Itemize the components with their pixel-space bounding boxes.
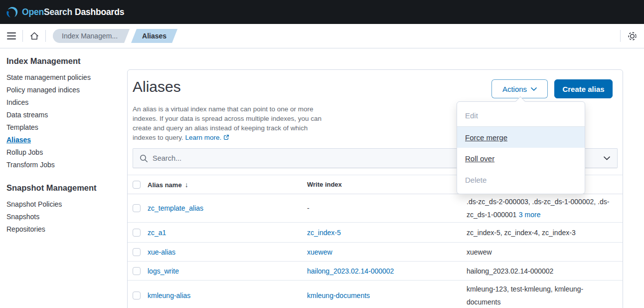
row-checkbox[interactable] <box>133 267 141 275</box>
create-alias-button[interactable]: Create alias <box>554 79 613 98</box>
nav-bar: Index Managem... Aliases <box>0 24 644 48</box>
external-link-icon <box>223 134 229 140</box>
menu-item-edit[interactable]: Edit <box>457 105 585 126</box>
menu-item-delete[interactable]: Delete <box>457 169 585 191</box>
alias-link[interactable]: zc_a1 <box>148 229 166 237</box>
indexes-value: kmleung-123, test-kmleung, kmleung-docum… <box>467 285 583 306</box>
search-dropdown-chevron-icon[interactable] <box>604 156 610 160</box>
menu-item-roll-over[interactable]: Roll over <box>457 148 585 169</box>
table-row: zc_template_alias - .ds-zc_ds-2-000003, … <box>128 194 623 223</box>
indexes-value: xuewew <box>467 248 492 256</box>
search-icon <box>140 154 148 163</box>
row-checkbox[interactable] <box>133 292 141 300</box>
sidebar-item-aliases[interactable]: Aliases <box>6 134 127 146</box>
learn-more-link[interactable]: Learn more. <box>185 134 230 141</box>
help-icon <box>628 31 637 41</box>
write-index-link[interactable]: hailong_2023.02.14-000002 <box>307 267 394 275</box>
help-button[interactable] <box>621 24 644 48</box>
write-index-link[interactable]: kmleung-documents <box>307 292 370 300</box>
sidebar-section-index-management: Index Management State management polici… <box>6 56 127 171</box>
sidebar-item-snapshots[interactable]: Snapshots <box>6 211 127 223</box>
page-title: Aliases <box>133 78 181 96</box>
menu-item-force-merge[interactable]: Force merge <box>457 126 585 148</box>
write-index-link[interactable]: xuewew <box>307 248 332 256</box>
sidebar-section-snapshot-management: Snapshot Management Snapshot Policies Sn… <box>6 183 127 236</box>
sidebar-item-indices[interactable]: Indices <box>6 96 127 109</box>
breadcrumb-index-management[interactable]: Index Managem... <box>53 29 130 43</box>
sidebar-title-index-management: Index Management <box>6 56 127 66</box>
opensearch-logo: OpenSearchDashboards <box>5 5 124 19</box>
sidebar-item-templates[interactable]: Templates <box>6 121 127 134</box>
select-all-checkbox[interactable] <box>133 181 141 189</box>
column-header-write-index[interactable]: Write index <box>307 181 467 188</box>
table-row: kmleung-alias kmleung-documents kmleung-… <box>128 281 623 308</box>
sidebar-item-transform-jobs[interactable]: Transform Jobs <box>6 159 127 171</box>
alias-link[interactable]: zc_template_alias <box>148 204 203 212</box>
actions-button[interactable]: Actions <box>491 79 548 98</box>
sidebar-item-repositories[interactable]: Repositories <box>6 223 127 236</box>
indexes-value: hailong_2023.02.14-000002 <box>467 267 553 275</box>
hamburger-icon <box>7 32 16 39</box>
panel-header: Aliases Actions Create alias <box>133 78 618 98</box>
sidebar-item-policy-managed-indices[interactable]: Policy managed indices <box>6 84 127 96</box>
divider <box>45 30 46 42</box>
sidebar-item-rollup-jobs[interactable]: Rollup Jobs <box>6 146 127 159</box>
row-checkbox[interactable] <box>133 204 141 212</box>
menu-toggle-button[interactable] <box>0 24 22 48</box>
indexes-value: zc_index-5, zc_index-4, zc_index-3 <box>467 229 576 237</box>
nav-right-controls <box>620 24 644 48</box>
page-description: An alias is a virtual index name that ca… <box>133 104 329 142</box>
row-checkbox[interactable] <box>133 229 141 237</box>
top-header-bar: OpenSearchDashboards <box>0 0 644 24</box>
table-row: logs_write hailong_2023.02.14-000002 hai… <box>128 262 623 281</box>
sidebar-item-snapshot-policies[interactable]: Snapshot Policies <box>6 198 127 211</box>
alias-link[interactable]: xue-alias <box>148 248 175 256</box>
breadcrumb: Index Managem... Aliases <box>53 29 177 43</box>
alias-link[interactable]: logs_write <box>148 267 179 275</box>
sidebar-item-state-management-policies[interactable]: State management policies <box>6 71 127 84</box>
alias-link[interactable]: kmleung-alias <box>148 292 190 300</box>
table-row: xue-alias xuewew xuewew <box>128 243 623 262</box>
more-indexes-link[interactable]: 3 more <box>519 211 541 219</box>
sidebar-item-data-streams[interactable]: Data streams <box>6 109 127 121</box>
column-header-alias-name[interactable]: Alias name↓ <box>148 181 307 189</box>
home-button[interactable] <box>23 24 45 48</box>
chevron-down-icon <box>531 87 537 91</box>
row-checkbox[interactable] <box>133 248 141 256</box>
brand-title: OpenSearchDashboards <box>22 7 124 17</box>
header-buttons: Actions Create alias <box>491 78 618 98</box>
aliases-table: Alias name↓ Write index zc_template_alia… <box>128 175 623 308</box>
home-icon <box>29 31 39 41</box>
actions-menu-popover: Edit Force merge Roll over Delete <box>457 101 585 194</box>
table-row: zc_a1 zc_index-5 zc_index-5, zc_index-4,… <box>128 223 623 243</box>
sidebar-title-snapshot-management: Snapshot Management <box>6 183 127 193</box>
write-index-link[interactable]: zc_index-5 <box>307 229 341 237</box>
breadcrumb-aliases[interactable]: Aliases <box>131 29 177 43</box>
sidebar: Index Management State management polici… <box>0 48 127 236</box>
opensearch-logo-icon <box>5 5 18 19</box>
sort-desc-icon: ↓ <box>185 181 188 189</box>
write-index-value: - <box>307 204 310 212</box>
